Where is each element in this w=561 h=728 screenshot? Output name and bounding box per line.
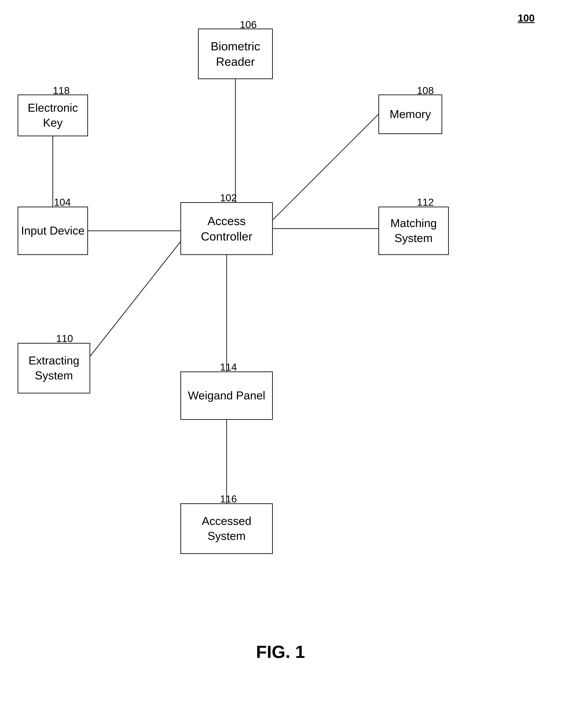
access-controller-ref: 102 xyxy=(220,192,237,204)
electronic-key-label: Electronic Key xyxy=(18,100,87,130)
biometric-reader-box: BiometricReader xyxy=(198,29,273,79)
electronic-key-ref: 118 xyxy=(53,85,70,96)
weigand-panel-ref: 114 xyxy=(220,361,237,373)
svg-line-7 xyxy=(90,242,180,356)
access-controller-box: AccessController xyxy=(180,202,273,255)
input-device-ref: 104 xyxy=(54,196,71,208)
access-controller-label: AccessController xyxy=(201,213,252,244)
accessed-system-ref: 116 xyxy=(220,493,237,505)
weigand-panel-label: Weigand Panel xyxy=(188,388,265,403)
diagram-ref-100: 100 xyxy=(518,12,535,24)
extracting-system-box: ExtractingSystem xyxy=(18,343,90,393)
biometric-reader-label: BiometricReader xyxy=(210,38,260,69)
biometric-reader-ref: 106 xyxy=(240,19,257,31)
weigand-panel-box: Weigand Panel xyxy=(180,371,273,420)
input-device-label: Input Device xyxy=(21,223,84,238)
matching-system-box: MatchingSystem xyxy=(379,207,449,255)
electronic-key-box: Electronic Key xyxy=(18,95,88,136)
accessed-system-label: AccessedSystem xyxy=(202,514,251,543)
matching-system-label: MatchingSystem xyxy=(391,216,437,246)
diagram-container: 100 BiometricReader 106 Electronic Key 1… xyxy=(0,0,561,728)
matching-system-ref: 112 xyxy=(417,196,434,208)
accessed-system-box: AccessedSystem xyxy=(180,503,273,554)
input-device-box: Input Device xyxy=(18,207,88,255)
svg-line-4 xyxy=(273,114,379,220)
fig-label: FIG. 1 xyxy=(256,642,305,662)
extracting-system-label: ExtractingSystem xyxy=(28,353,79,383)
memory-label: Memory xyxy=(390,107,431,122)
extracting-system-ref: 110 xyxy=(56,333,73,344)
memory-ref: 108 xyxy=(417,85,434,96)
memory-box: Memory xyxy=(379,95,442,134)
